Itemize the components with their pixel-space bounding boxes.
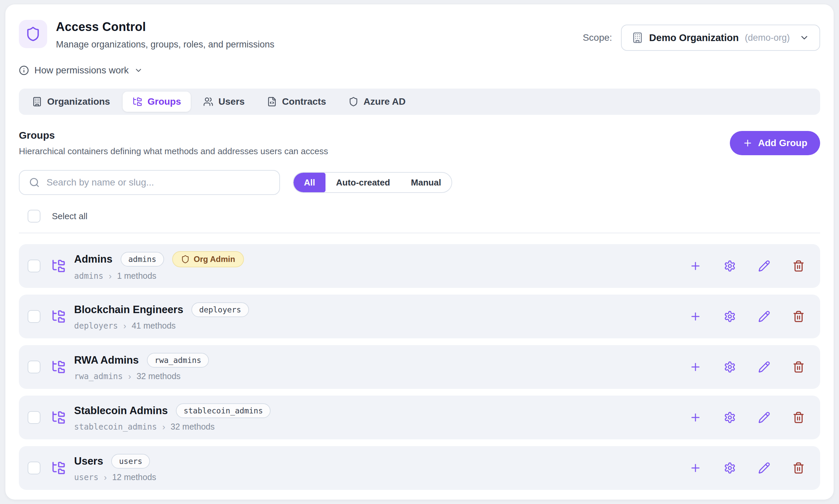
- group-methods-count: 32 methods: [171, 422, 215, 432]
- tab-label: Organizations: [47, 96, 110, 107]
- tab-bar: Organizations Groups Users Contracts Azu…: [19, 89, 820, 115]
- add-child-group-button[interactable]: [689, 462, 701, 474]
- access-control-panel: Access Control Manage organizations, gro…: [5, 4, 834, 500]
- section-title: Groups: [19, 130, 328, 141]
- add-child-group-button[interactable]: [689, 310, 701, 323]
- group-row: Users users users › 12 methods: [19, 446, 820, 490]
- select-all-row: Select all: [19, 210, 820, 233]
- tree-icon: [51, 360, 66, 374]
- tab-azure-ad[interactable]: Azure AD: [339, 92, 416, 112]
- group-row: Stablecoin Admins stablecoin_admins stab…: [19, 396, 820, 439]
- group-methods-count: 32 methods: [137, 371, 180, 381]
- group-slug-badge: stablecoin_admins: [176, 403, 270, 418]
- tab-groups[interactable]: Groups: [123, 92, 191, 112]
- group-settings-button[interactable]: [724, 411, 736, 424]
- search-input[interactable]: [47, 177, 270, 188]
- group-settings-button[interactable]: [724, 260, 736, 272]
- edit-group-button[interactable]: [758, 462, 770, 474]
- tree-icon: [51, 258, 66, 273]
- add-group-button[interactable]: Add Group: [730, 131, 820, 155]
- shield-icon: [348, 97, 359, 107]
- path-separator: ›: [128, 372, 132, 381]
- path-separator: ›: [162, 422, 165, 431]
- group-path: users › 12 methods: [74, 472, 156, 482]
- tab-organizations[interactable]: Organizations: [22, 92, 120, 112]
- section-header: Groups Hierarchical containers defining …: [19, 130, 820, 157]
- edit-group-button[interactable]: [758, 411, 770, 424]
- edit-group-button[interactable]: [758, 310, 770, 323]
- select-all-label: Select all: [52, 211, 88, 221]
- filter-auto-created[interactable]: Auto-created: [326, 173, 400, 192]
- filter-manual[interactable]: Manual: [401, 173, 452, 192]
- file-code-icon: [267, 97, 277, 107]
- add-child-group-button[interactable]: [689, 260, 701, 272]
- group-path: rwa_admins › 32 methods: [74, 371, 209, 381]
- group-path-slug: admins: [74, 271, 103, 281]
- tab-contracts[interactable]: Contracts: [257, 92, 336, 112]
- group-row: Admins admins Org Admin admins › 1 metho…: [19, 244, 820, 288]
- group-name: Admins: [74, 253, 112, 265]
- group-path-slug: stablecoin_admins: [74, 422, 157, 432]
- edit-group-button[interactable]: [758, 260, 770, 272]
- group-row: RWA Admins rwa_admins rwa_admins › 32 me…: [19, 345, 820, 389]
- search-box: [19, 170, 280, 195]
- search-filter-row: All Auto-created Manual: [19, 170, 820, 195]
- group-settings-button[interactable]: [724, 310, 736, 323]
- tab-label: Users: [219, 96, 245, 107]
- group-slug-badge: admins: [121, 252, 164, 267]
- row-actions: [689, 411, 805, 424]
- group-name: Stablecoin Admins: [74, 405, 168, 417]
- chevron-down-icon: [134, 66, 143, 75]
- group-settings-button[interactable]: [724, 361, 736, 373]
- group-path: stablecoin_admins › 32 methods: [74, 422, 270, 432]
- how-permissions-work-toggle[interactable]: How permissions work: [19, 65, 143, 76]
- path-separator: ›: [123, 322, 126, 330]
- info-icon: [19, 65, 29, 75]
- delete-group-button[interactable]: [792, 462, 805, 474]
- tab-users[interactable]: Users: [193, 92, 255, 112]
- select-all-checkbox[interactable]: [28, 210, 40, 222]
- row-actions: [689, 361, 805, 373]
- tree-icon: [51, 461, 66, 475]
- group-settings-button[interactable]: [724, 462, 736, 474]
- group-methods-count: 41 methods: [132, 321, 176, 330]
- path-separator: ›: [109, 272, 112, 281]
- scope-slug: (demo-org): [745, 33, 790, 43]
- group-name: Users: [74, 455, 103, 467]
- building-icon: [32, 97, 42, 107]
- group-slug-badge: users: [111, 454, 150, 469]
- group-checkbox[interactable]: [28, 462, 40, 474]
- shield-icon: [19, 20, 47, 48]
- group-checkbox[interactable]: [28, 411, 40, 424]
- add-child-group-button[interactable]: [689, 411, 701, 424]
- edit-group-button[interactable]: [758, 361, 770, 373]
- tab-label: Contracts: [282, 96, 326, 107]
- scope-selector[interactable]: Demo Organization (demo-org): [621, 24, 820, 51]
- group-methods-count: 1 methods: [117, 271, 156, 281]
- delete-group-button[interactable]: [792, 411, 805, 424]
- plus-icon: [742, 138, 753, 148]
- group-row: Blockchain Engineers deployers deployers…: [19, 294, 820, 338]
- chevron-down-icon: [799, 33, 809, 43]
- group-checkbox[interactable]: [28, 310, 40, 323]
- filter-all[interactable]: All: [294, 173, 326, 192]
- group-path: admins › 1 methods: [74, 271, 244, 281]
- group-methods-count: 12 methods: [112, 472, 156, 482]
- delete-group-button[interactable]: [792, 260, 805, 272]
- group-name: RWA Admins: [74, 354, 139, 366]
- path-separator: ›: [104, 473, 107, 482]
- group-path-slug: rwa_admins: [74, 372, 123, 381]
- row-actions: [689, 310, 805, 323]
- row-actions: [689, 462, 805, 474]
- row-actions: [689, 260, 805, 272]
- tree-icon: [133, 97, 142, 107]
- delete-group-button[interactable]: [792, 361, 805, 373]
- group-path: deployers › 41 methods: [74, 321, 249, 330]
- group-checkbox[interactable]: [28, 361, 40, 373]
- add-child-group-button[interactable]: [689, 361, 701, 373]
- building-icon: [632, 32, 643, 43]
- delete-group-button[interactable]: [792, 310, 805, 323]
- group-checkbox[interactable]: [28, 259, 40, 272]
- add-group-label: Add Group: [758, 138, 807, 148]
- tree-icon: [51, 410, 66, 425]
